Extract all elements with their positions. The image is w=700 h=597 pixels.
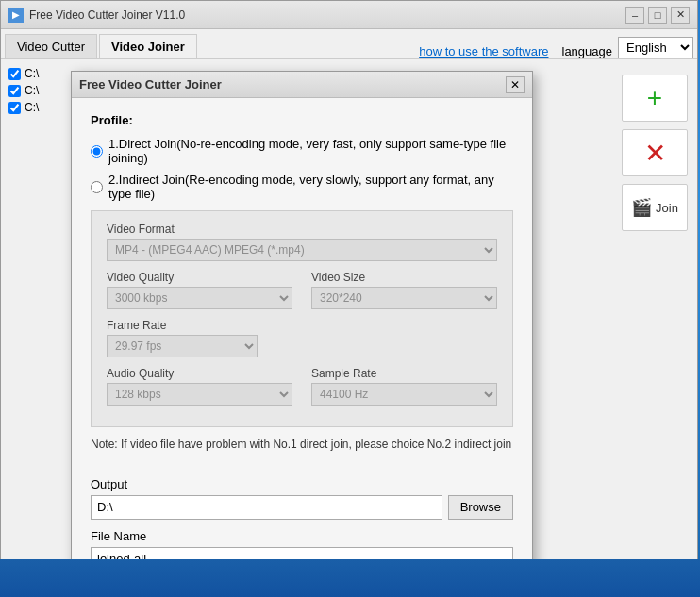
audio-quality-group: Audio Quality 128 kbps (107, 367, 292, 406)
radio-indirect-input[interactable] (91, 181, 103, 193)
remove-icon: ✕ (644, 138, 666, 169)
dialog-content: Profile: 1.Direct Join(No-re-encoding mo… (72, 98, 532, 468)
direct-join-label: 1.Direct Join(No-re-encoding mode, very … (108, 137, 513, 165)
radio-indirect-join[interactable]: 2.Indirect Join(Re-encoding mode, very s… (91, 173, 513, 201)
frame-rate-row: Frame Rate 29.97 fps (107, 319, 497, 357)
dialog-close-button[interactable]: ✕ (506, 76, 525, 93)
audio-quality-label: Audio Quality (107, 367, 292, 380)
video-quality-select[interactable]: 3000 kbps (107, 287, 292, 309)
app-icon: ▶ (8, 8, 24, 23)
video-size-select[interactable]: 320*240 (311, 287, 497, 309)
how-to-link[interactable]: how to use the software (411, 44, 556, 58)
video-format-label: Video Format (107, 223, 497, 236)
encoding-section: Video Format MP4 - (MPEG4 AAC) MPEG4 (*.… (91, 210, 513, 427)
output-input[interactable] (91, 495, 442, 520)
browse-button[interactable]: Browse (448, 495, 513, 520)
sample-rate-select[interactable]: 44100 Hz (311, 383, 497, 406)
dialog-title: Free Video Cutter Joiner (79, 77, 506, 91)
file-checkbox-2[interactable] (8, 85, 21, 97)
add-icon: + (647, 83, 662, 113)
file-checkbox-3[interactable] (8, 102, 21, 114)
video-size-label: Video Size (311, 271, 497, 284)
file-path-2: C:\ (25, 84, 39, 97)
video-format-row: Video Format MP4 - (MPEG4 AAC) MPEG4 (*.… (107, 223, 497, 261)
video-size-group: Video Size 320*240 (311, 271, 497, 309)
video-format-select[interactable]: MP4 - (MPEG4 AAC) MPEG4 (*.mp4) (107, 239, 497, 261)
remove-button[interactable]: ✕ (622, 129, 688, 176)
right-panel: + ✕ 🎬 Join (612, 59, 697, 584)
language-select[interactable]: English (618, 37, 693, 58)
sample-rate-label: Sample Rate (311, 367, 497, 380)
filename-label: File Name (91, 529, 513, 543)
sample-rate-group: Sample Rate 44100 Hz (311, 367, 497, 406)
dialog-title-bar: Free Video Cutter Joiner ✕ (72, 72, 532, 98)
language-label: language (557, 44, 619, 58)
video-quality-group: Video Quality 3000 kbps (107, 271, 292, 309)
frame-rate-label: Frame Rate (107, 319, 497, 332)
join-button[interactable]: 🎬 Join (622, 184, 688, 231)
tab-video-cutter[interactable]: Video Cutter (5, 34, 97, 58)
title-bar: ▶ Free Video Cutter Joiner V11.0 – □ ✕ (1, 1, 697, 29)
file-path-1: C:\ (25, 67, 39, 80)
quality-size-row: Video Quality 3000 kbps Video Size 320*2… (107, 271, 497, 309)
video-quality-label: Video Quality (107, 271, 292, 284)
file-path-3: C:\ (25, 101, 39, 114)
output-row: Browse (91, 495, 513, 520)
radio-direct-input[interactable] (91, 145, 103, 158)
join-button-label: Join (656, 201, 678, 215)
join-icon: 🎬 (631, 197, 652, 218)
audio-quality-select[interactable]: 128 kbps (107, 383, 292, 406)
audio-row: Audio Quality 128 kbps Sample Rate 44100… (107, 367, 497, 406)
note-text: Note: If video file have problem with No… (91, 437, 513, 453)
minimize-button[interactable]: – (625, 7, 644, 24)
frame-rate-select[interactable]: 29.97 fps (107, 335, 258, 357)
profile-label: Profile: (91, 113, 513, 127)
window-title: Free Video Cutter Joiner V11.0 (29, 8, 625, 22)
indirect-join-label: 2.Indirect Join(Re-encoding mode, very s… (108, 173, 513, 201)
window-controls: – □ ✕ (625, 7, 690, 24)
taskbar (0, 559, 700, 597)
output-label: Output (91, 477, 513, 491)
tab-bar: Video Cutter Video Joiner how to use the… (1, 29, 697, 59)
radio-direct-join[interactable]: 1.Direct Join(No-re-encoding mode, very … (91, 137, 513, 165)
file-checkbox-1[interactable] (8, 68, 21, 80)
maximize-button[interactable]: □ (648, 7, 667, 24)
add-button[interactable]: + (622, 75, 688, 122)
dialog: Free Video Cutter Joiner ✕ Profile: 1.Di… (71, 71, 533, 597)
tab-video-joiner[interactable]: Video Joiner (99, 34, 197, 58)
close-button[interactable]: ✕ (671, 7, 690, 24)
